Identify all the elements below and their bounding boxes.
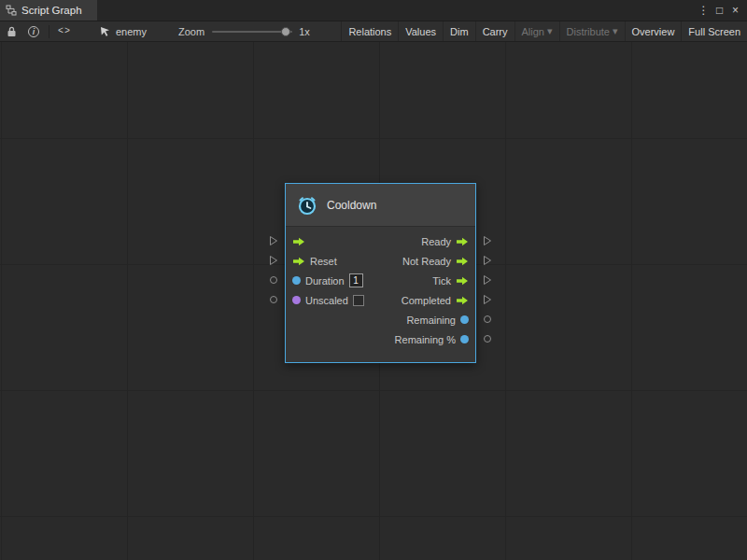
overview-button[interactable]: Overview (625, 21, 682, 41)
node-body: Ready Reset Not Ready (286, 227, 475, 362)
port-remaining[interactable] (481, 314, 494, 325)
input-duration[interactable]: Duration (292, 273, 363, 287)
zoom-control: Zoom 1x (178, 26, 310, 37)
lock-icon[interactable] (0, 21, 22, 41)
value-port-icon (292, 296, 301, 304)
port-duration[interactable] (267, 274, 280, 286)
port-completed[interactable] (481, 294, 494, 305)
port-tick[interactable] (481, 274, 494, 286)
info-icon[interactable]: i (22, 21, 45, 41)
close-icon[interactable]: × (728, 4, 742, 17)
node-row: Ready (286, 231, 475, 251)
code-icon[interactable]: <> (53, 21, 76, 41)
picker-cursor-icon (100, 26, 111, 37)
input-reset[interactable]: Reset (292, 256, 337, 267)
flow-arrow-icon (292, 257, 305, 266)
alarm-clock-icon (296, 194, 318, 217)
values-button[interactable]: Values (398, 21, 443, 41)
graph-icon (6, 5, 17, 16)
window-menu-icon[interactable]: ⋮ (697, 4, 711, 17)
node-row: Remaining % (286, 329, 475, 349)
full-screen-button[interactable]: Full Screen (681, 21, 747, 41)
flow-arrow-icon (456, 237, 469, 246)
relations-button[interactable]: Relations (341, 21, 398, 41)
toolbar-buttons: Relations Values Dim Carry Align ▾ Distr… (341, 21, 747, 41)
cooldown-node-wrapper: Cooldown Ready (285, 183, 476, 363)
output-completed[interactable]: Completed (402, 295, 469, 306)
chevron-down-icon: ▾ (547, 25, 553, 37)
node-row: Reset Not Ready (286, 251, 475, 271)
output-remaining[interactable]: Remaining (406, 315, 469, 326)
align-dropdown[interactable]: Align ▾ (514, 21, 559, 41)
output-not-ready[interactable]: Not Ready (402, 256, 469, 267)
node-row: Unscaled Completed (286, 290, 475, 310)
toolbar-separator (49, 25, 49, 38)
title-bar: Script Graph ⋮ □ × (0, 0, 747, 21)
port-unscaled[interactable] (267, 294, 280, 305)
node-row: Remaining (286, 310, 475, 329)
value-port-icon (460, 335, 469, 343)
port-remaining-pct[interactable] (481, 333, 494, 344)
node-header[interactable]: Cooldown (286, 184, 475, 227)
input-unscaled[interactable]: Unscaled (292, 295, 364, 306)
value-port-icon (292, 276, 301, 285)
graph-target[interactable]: enemy (100, 26, 147, 37)
graph-toolbar: i <> enemy Zoom 1x Relations Values Dim … (0, 21, 747, 42)
zoom-value: 1x (299, 26, 310, 37)
port-not-ready[interactable] (481, 255, 494, 266)
dim-button[interactable]: Dim (443, 21, 475, 41)
duration-field[interactable] (349, 273, 363, 287)
maximize-icon[interactable]: □ (712, 4, 726, 17)
node-title: Cooldown (327, 199, 376, 212)
flow-arrow-icon (292, 237, 305, 246)
carry-button[interactable]: Carry (475, 21, 514, 41)
unscaled-checkbox[interactable] (353, 295, 364, 306)
output-remaining-pct[interactable]: Remaining % (395, 334, 469, 345)
flow-arrow-icon (456, 257, 469, 266)
zoom-label: Zoom (178, 26, 204, 37)
input-flow-enter[interactable] (292, 237, 310, 246)
graph-canvas[interactable]: Cooldown Ready (0, 42, 747, 560)
port-flow-enter[interactable] (267, 235, 280, 246)
tab-script-graph[interactable]: Script Graph (0, 0, 97, 21)
output-tick[interactable]: Tick (432, 275, 469, 287)
graph-target-label: enemy (116, 26, 147, 37)
script-graph-window: Script Graph ⋮ □ × i <> enemy (0, 0, 747, 560)
output-ready[interactable]: Ready (421, 236, 469, 247)
port-ready[interactable] (481, 235, 494, 246)
zoom-slider-handle[interactable] (281, 27, 290, 36)
flow-arrow-icon (456, 296, 469, 305)
tab-label: Script Graph (21, 5, 82, 16)
zoom-slider[interactable] (212, 31, 292, 33)
chevron-down-icon: ▾ (613, 25, 618, 37)
port-reset[interactable] (267, 255, 280, 266)
node-row: Duration Tick (286, 271, 475, 290)
distribute-dropdown[interactable]: Distribute ▾ (559, 21, 625, 41)
cooldown-node[interactable]: Cooldown Ready (285, 183, 476, 363)
window-controls: ⋮ □ × (697, 4, 747, 17)
flow-arrow-icon (456, 276, 469, 286)
value-port-icon (460, 315, 469, 324)
